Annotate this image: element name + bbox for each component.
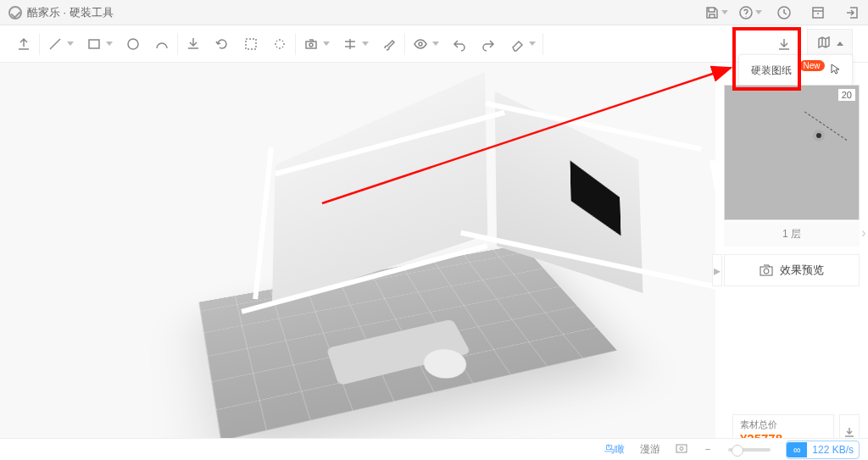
svg-point-16: [680, 447, 683, 451]
camera-icon: [760, 264, 773, 276]
view-mode-walk[interactable]: 漫游: [640, 442, 660, 457]
new-badge: New: [799, 60, 825, 71]
help-icon[interactable]: [743, 5, 758, 20]
light-tool[interactable]: [271, 36, 288, 53]
preview-collapse-handle[interactable]: ▸: [712, 254, 722, 286]
app-title: 酷家乐 · 硬装工具: [27, 5, 114, 20]
svg-point-7: [309, 43, 313, 47]
minimap-corner-label: 20: [838, 89, 855, 101]
floor-next-icon[interactable]: ›: [860, 222, 868, 244]
floor-label[interactable]: 1 层: [724, 222, 860, 247]
cloud-icon: ∞: [787, 442, 807, 457]
room-model: [170, 97, 627, 435]
svg-rect-15: [676, 445, 687, 452]
zoom-out-icon[interactable]: －: [703, 442, 713, 457]
history-icon[interactable]: [776, 5, 792, 20]
drawings-label: 硬装图纸: [751, 64, 792, 76]
network-speed-badge: ∞ 122 KB/s: [786, 441, 860, 459]
redo-button[interactable]: [480, 36, 497, 53]
arc-tool[interactable]: [153, 36, 170, 53]
svg-rect-2: [813, 8, 823, 18]
price-title: 素材总价: [740, 418, 826, 431]
svg-point-4: [128, 39, 138, 49]
insert-tool[interactable]: [185, 36, 202, 53]
map-icon: [816, 35, 832, 53]
viewport-3d[interactable]: [0, 63, 715, 438]
svg-point-14: [764, 269, 769, 274]
exit-icon[interactable]: [844, 5, 860, 20]
brush-tool[interactable]: [381, 36, 398, 53]
minimap-camera-point: [816, 133, 821, 138]
save-icon[interactable]: [709, 5, 724, 20]
drawings-popup[interactable]: 硬装图纸 New: [738, 54, 853, 86]
camera-small-icon[interactable]: [676, 443, 687, 456]
network-speed-value: 122 KB/s: [812, 444, 854, 456]
zoom-slider[interactable]: [728, 448, 771, 452]
minimap-view-line: [804, 112, 847, 141]
svg-point-8: [419, 42, 422, 46]
visibility-tool[interactable]: [412, 36, 439, 53]
rotate-tool[interactable]: [214, 36, 231, 53]
svg-rect-6: [306, 42, 316, 48]
archive-icon[interactable]: [810, 5, 826, 20]
svg-rect-3: [89, 40, 99, 48]
title-bar: 酷家乐 · 硬装工具: [0, 0, 868, 25]
app-logo-icon: [8, 6, 22, 19]
main-toolbar: 硬装图纸 New: [0, 25, 868, 63]
status-bar: 鸟瞰 漫游 － ∞ 122 KB/s: [0, 438, 868, 460]
download-button[interactable]: [776, 36, 793, 53]
minimap[interactable]: 20: [724, 85, 860, 220]
undo-button[interactable]: [451, 36, 468, 53]
crop-tool[interactable]: [242, 36, 259, 53]
circle-tool[interactable]: [125, 36, 142, 53]
erase-tool[interactable]: [509, 36, 536, 53]
preview-label: 效果预览: [780, 263, 824, 278]
rect-tool[interactable]: [86, 36, 113, 53]
line-tool[interactable]: [47, 36, 74, 53]
view-mode-birdseye[interactable]: 鸟瞰: [604, 442, 625, 457]
cursor-icon: [830, 64, 840, 75]
camera-tool[interactable]: [303, 36, 330, 53]
preview-button[interactable]: 效果预览: [724, 254, 860, 286]
upload-button[interactable]: [15, 36, 32, 53]
align-tool[interactable]: [342, 36, 369, 53]
svg-rect-5: [246, 39, 256, 49]
